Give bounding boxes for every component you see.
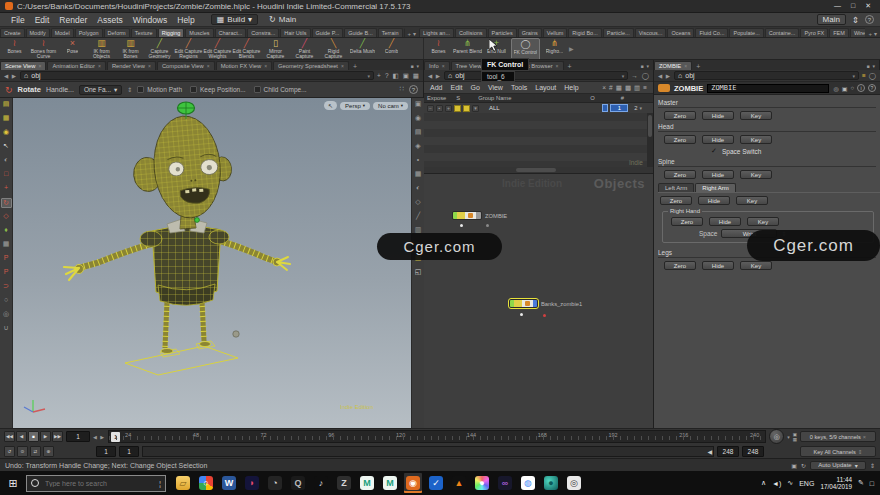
pane-caret-icon[interactable]: ▾ xyxy=(646,63,649,69)
shelf-add-icon[interactable]: + xyxy=(868,31,872,37)
toolbar-checkbox[interactable]: Child Compe... xyxy=(254,86,307,93)
rigid-capture-pose-tool[interactable]: ╲ Rigid Capture Pose xyxy=(319,38,348,59)
refresh-icon[interactable]: ↻ xyxy=(801,462,806,469)
camera-selector[interactable]: No cam▾ xyxy=(373,102,408,110)
projection-selector[interactable]: Persp▾ xyxy=(340,102,370,110)
param-button[interactable]: Zero xyxy=(660,196,692,205)
ring-app-icon[interactable]: ◎ xyxy=(565,473,583,493)
pane-menu-icon[interactable]: ■ xyxy=(866,63,869,69)
shelf-tab[interactable]: Guide P... xyxy=(312,28,344,37)
pane-tab[interactable]: Animation Editor× xyxy=(47,61,105,70)
loop-mode-icon[interactable]: ⇄ xyxy=(30,446,41,457)
tray-chevron-icon[interactable]: ∧ xyxy=(761,479,766,487)
channel-icon[interactable]: ▦ xyxy=(793,437,797,442)
shelf-tab[interactable]: Constra... xyxy=(247,28,279,37)
close-tab-icon[interactable]: × xyxy=(684,63,687,69)
param-button[interactable]: Hide xyxy=(702,135,734,144)
menu-item[interactable]: Go xyxy=(471,84,480,91)
message-icon[interactable]: ▣ xyxy=(791,462,797,469)
pane-tab[interactable]: Scene View× xyxy=(0,61,46,70)
shelf-tab[interactable]: Containe... xyxy=(765,28,800,37)
magnet-snap-icon[interactable]: ⊃ xyxy=(1,282,12,292)
menu-item[interactable]: Layout xyxy=(535,84,556,91)
shelf-tab[interactable]: Create xyxy=(0,28,25,37)
hash-icon[interactable]: # xyxy=(609,84,613,92)
grid-tool-icon[interactable]: ▦ xyxy=(1,240,12,250)
info-icon[interactable]: i xyxy=(857,84,865,92)
space-switch-row[interactable]: ✓ Space Switch xyxy=(710,147,876,155)
sync-ring-icon[interactable]: ◯ xyxy=(869,72,876,80)
visual-studio-icon[interactable]: ∞ xyxy=(496,473,514,493)
vlc-icon[interactable]: ▲ xyxy=(450,473,468,493)
orientation-dropdown[interactable]: One Fa...▾ xyxy=(79,85,122,95)
jump-start-button[interactable]: ◀◀ xyxy=(4,431,15,442)
pane-tab[interactable]: Render View× xyxy=(107,61,156,70)
pane-menu-icon[interactable]: ■ xyxy=(640,63,643,69)
menu-item[interactable]: Windows xyxy=(128,14,172,26)
hand-tool-icon[interactable]: ◐ xyxy=(1,156,12,166)
nav-back-forward-icons[interactable]: ◀ ▶ xyxy=(4,73,17,79)
notification-icon[interactable]: □ xyxy=(870,480,874,487)
checkbox-box[interactable] xyxy=(190,86,197,93)
shelf-tab[interactable]: Deform xyxy=(104,28,130,37)
auto-update-dropdown[interactable]: Auto Update▾ xyxy=(810,461,866,470)
handle-params-icon[interactable]: ∷ xyxy=(400,85,404,94)
layout-single-icon[interactable]: ◧ xyxy=(393,72,399,80)
range-end-sub-field[interactable]: 248 xyxy=(742,446,764,457)
param-button[interactable]: Key xyxy=(736,196,768,205)
menu-item[interactable]: Assets xyxy=(92,14,128,26)
bones-from-curve-tool[interactable]: ≀ Bones from Curve xyxy=(29,38,58,59)
obs-icon[interactable]: ◔ xyxy=(266,473,284,493)
view-layout-icon[interactable]: ▤ xyxy=(413,128,424,138)
select-cursor-icon[interactable]: ↖ xyxy=(324,101,337,110)
frame-icon[interactable]: ▣ xyxy=(842,85,848,92)
rotate-tool-icon[interactable]: ↻ xyxy=(1,198,12,208)
timeline-ruler[interactable]: 1 24 48 72 96 120 144 168 192 xyxy=(108,430,766,443)
add-icon[interactable]: + xyxy=(445,105,452,112)
close-tab-icon[interactable]: × xyxy=(98,63,101,69)
preset-icon[interactable]: ◎ xyxy=(833,85,838,92)
mirror-capture-weights-tool[interactable]: ▯ Mirror Capture Weights xyxy=(261,38,290,59)
arm-tab[interactable]: Left Arm xyxy=(658,183,694,192)
add-view-icon[interactable]: + xyxy=(377,72,381,80)
shelf-tab[interactable]: Modify xyxy=(26,28,50,37)
range-start-field[interactable]: 1 xyxy=(96,446,116,457)
scope-swatch[interactable] xyxy=(454,105,461,112)
play-reverse-button[interactable]: ◀ xyxy=(16,431,27,442)
pen-icon[interactable]: ✎ xyxy=(858,479,864,487)
shelf-tab[interactable]: Texture xyxy=(131,28,157,37)
frame-step-icons[interactable]: ◀ ▶ xyxy=(93,434,105,440)
close-tab-icon[interactable]: × xyxy=(556,63,559,69)
menu-item[interactable]: Edit xyxy=(30,14,55,26)
help-circle-icon[interactable]: ? xyxy=(865,15,874,24)
shelf-add-icon[interactable]: + xyxy=(408,31,412,37)
shelf-tab[interactable]: Particles xyxy=(488,28,517,37)
node-banks-zombie1[interactable]: Banks_zombie1 xyxy=(509,299,582,308)
spinner-icon[interactable]: ⇕ xyxy=(852,15,859,25)
paint-swirl-icon[interactable]: ◗ xyxy=(243,473,261,493)
jump-end-button[interactable]: ▶▶ xyxy=(52,431,63,442)
ik-from-bones-tool[interactable]: ▥ IK from Bones xyxy=(116,38,145,59)
snapshot-icon[interactable]: ◱ xyxy=(413,268,424,278)
delta-mush-tool[interactable]: ╱ Delta Mush xyxy=(348,38,377,59)
sliders-icon[interactable]: ≡ xyxy=(862,72,866,79)
spinner-icon[interactable]: ⇕ xyxy=(870,462,875,469)
sync-ring-icon[interactable]: ◯ xyxy=(642,72,649,80)
sculpt-app-icon[interactable]: Z xyxy=(335,473,353,493)
caret-icon[interactable]: ▾ xyxy=(472,105,479,112)
lock-camera-icon[interactable]: ◉ xyxy=(413,114,424,124)
range-slider[interactable]: ◀ xyxy=(142,446,714,457)
close-icon[interactable]: × xyxy=(602,84,606,92)
shelf-tab[interactable]: Populate... xyxy=(729,28,763,37)
param-button[interactable]: Zero xyxy=(664,135,696,144)
pane-split-icon[interactable]: ▦ xyxy=(1,114,12,124)
snap-circle-icon[interactable]: ○ xyxy=(1,296,12,306)
shelf-tab[interactable]: Guide B... xyxy=(344,28,376,37)
chrome-icon[interactable]: ○ xyxy=(197,473,215,493)
word-icon[interactable]: W xyxy=(220,473,238,493)
shelf-tab[interactable]: Charact... xyxy=(215,28,247,37)
add-pane-tab-icon[interactable]: + xyxy=(350,63,360,70)
edit-capture-weights-tool[interactable]: ╱ Edit Capture Weights xyxy=(203,38,232,59)
param-button[interactable]: Key xyxy=(740,261,772,270)
pane-caret-icon[interactable]: ▾ xyxy=(416,63,419,69)
